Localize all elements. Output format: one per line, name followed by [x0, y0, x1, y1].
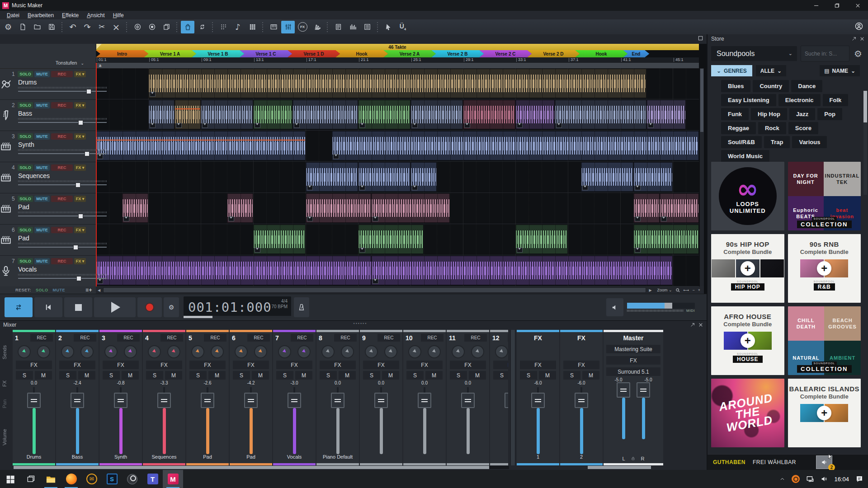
store-undock-icon[interactable] — [852, 37, 856, 41]
channel-mute-button[interactable]: M — [122, 371, 139, 380]
audio-clip[interactable] — [358, 225, 424, 254]
audio-clip[interactable] — [410, 162, 437, 192]
genre-chip-rock[interactable]: Rock — [758, 122, 786, 134]
channel-rec-button[interactable]: REC — [334, 334, 357, 342]
audio-clip[interactable] — [253, 225, 306, 254]
genre-chip-reggae[interactable]: Reggae — [721, 122, 756, 134]
audio-clip[interactable] — [175, 100, 201, 129]
genre-chip-easy-listening[interactable]: Easy Listening — [721, 94, 776, 106]
menu-bearbeiten[interactable]: Bearbeiten — [24, 12, 58, 19]
song-length-bar[interactable]: 46 Takte — [96, 44, 699, 50]
object-audio-button[interactable] — [131, 21, 144, 33]
channel-solo-button[interactable]: S — [233, 371, 250, 380]
audio-clip[interactable] — [581, 162, 633, 192]
genre-chip-blues[interactable]: Blues — [721, 80, 750, 92]
channel-fx-button[interactable]: FX — [406, 361, 443, 369]
section-verse-2-b[interactable]: Verse 2 B — [431, 50, 484, 57]
channel-mute-button[interactable]: M — [539, 371, 556, 380]
channel-rec-button[interactable]: REC — [117, 334, 140, 342]
channel-solo-button[interactable]: S — [493, 371, 508, 380]
track-header-sequences-4[interactable]: 4SOLOMUTERECFX ▾Sequences — [0, 162, 96, 193]
notifications-icon[interactable] — [855, 475, 863, 483]
solo-button[interactable]: SOLO — [18, 71, 33, 77]
track-volume-slider[interactable] — [18, 151, 107, 156]
send-knob[interactable] — [254, 345, 267, 358]
lock-icon[interactable] — [631, 456, 636, 462]
audio-clip[interactable] — [227, 193, 253, 223]
genre-chip-electronic[interactable]: Electronic — [778, 94, 821, 106]
play-button[interactable] — [94, 297, 136, 317]
piano-keys-button[interactable] — [267, 21, 280, 33]
channel-solo-button[interactable]: S — [59, 371, 76, 380]
alle-filter-button[interactable]: ALLE⌄ — [756, 65, 786, 76]
product-around-the-world[interactable]: AROUNDTHEWORLD — [711, 379, 784, 447]
send-knob[interactable] — [471, 345, 484, 358]
send-knob[interactable] — [365, 345, 378, 358]
record-button[interactable] — [137, 297, 162, 317]
reset-mute-button[interactable]: MUTE — [53, 288, 66, 292]
product-90s-rnb[interactable]: 90s RNBComplete Bundle+SOUNDPOOLR&B — [788, 234, 861, 303]
file-new-button[interactable] — [16, 21, 29, 33]
folder-open-button[interactable] — [30, 21, 44, 33]
fx-button[interactable]: FX ▾ — [74, 71, 86, 77]
record-settings-button[interactable]: ⚙ — [164, 297, 179, 317]
channel-mute-button[interactable]: M — [78, 371, 95, 380]
frei-waehlbar-tab[interactable]: FREI WÄHLBAR — [753, 459, 796, 465]
minimize-button[interactable] — [806, 0, 826, 11]
fader-handle[interactable] — [461, 393, 475, 408]
fader-handle[interactable] — [374, 393, 388, 408]
rec-button[interactable]: REC — [51, 258, 73, 264]
rec-button[interactable]: REC — [51, 133, 73, 140]
scissors-cut-button[interactable]: ✂ — [95, 21, 108, 33]
taskbar-teams[interactable]: T — [142, 470, 163, 488]
zoom-label[interactable]: Zoom ⌄ — [657, 288, 672, 292]
genre-chip-country[interactable]: Country — [753, 80, 789, 92]
audio-clip[interactable] — [253, 100, 292, 129]
product-soundpool-collection[interactable]: DAY FOR NIGHTINDUSTRIAL TEKEuphoric BEAT… — [788, 162, 861, 230]
info-doc-button[interactable] — [331, 21, 345, 33]
fader-handle[interactable] — [505, 393, 508, 408]
product-90s-hip-hop[interactable]: 90s HIP HOPComplete Bundle+SOUNDPOOLHIP … — [711, 234, 784, 303]
surround-button[interactable]: Surround 5.1 — [606, 367, 660, 376]
fader-handle[interactable] — [617, 382, 630, 398]
category-dropdown[interactable]: Soundpools⌄ — [711, 46, 797, 61]
send-knob[interactable] — [61, 345, 74, 358]
zoom-out-icon[interactable]: − — [692, 288, 694, 292]
channel-fx-button[interactable]: FX — [146, 361, 182, 369]
zoom-in-icon[interactable]: + — [698, 288, 700, 292]
close-button[interactable] — [847, 0, 868, 11]
genre-chip-jazz[interactable]: Jazz — [789, 108, 815, 120]
channel-fx-button[interactable]: FX — [16, 361, 52, 369]
account-icon[interactable] — [854, 22, 863, 32]
fx-button[interactable]: FX ▾ — [74, 196, 86, 202]
reset-solo-button[interactable]: SOLO — [36, 288, 48, 292]
channel-rec-button[interactable]: REC — [30, 334, 53, 342]
channel-solo-button[interactable]: S — [563, 371, 580, 380]
channel-fader[interactable] — [273, 387, 316, 454]
mute-button[interactable]: MUTE — [34, 133, 50, 140]
mouse-arrow-button[interactable] — [382, 21, 395, 33]
channel-rec-button[interactable]: REC — [74, 334, 96, 342]
fader-handle[interactable] — [201, 393, 214, 408]
audio-clip[interactable] — [633, 193, 660, 223]
display-icon[interactable] — [806, 475, 814, 483]
mute-button[interactable]: MUTE — [34, 71, 50, 77]
send-knob[interactable] — [167, 345, 180, 358]
playhead[interactable] — [96, 63, 97, 286]
fader-handle[interactable] — [575, 393, 588, 408]
style-fan-button[interactable] — [310, 21, 324, 33]
section-intro[interactable]: Intro — [96, 50, 148, 57]
volume-thumb[interactable] — [665, 303, 672, 309]
channel-solo-button[interactable]: S — [450, 371, 467, 380]
audio-clip[interactable] — [122, 193, 148, 223]
fader-handle[interactable] — [27, 393, 41, 408]
audio-clip[interactable] — [358, 100, 410, 129]
solo-button[interactable]: SOLO — [18, 258, 33, 264]
channel-fader[interactable] — [13, 387, 55, 454]
channel-fx-button[interactable]: FX — [493, 361, 508, 369]
mastering-suite-button[interactable]: Mastering Suite — [606, 345, 660, 353]
master-fader[interactable] — [617, 382, 630, 454]
taskbar-firefox[interactable] — [61, 470, 81, 488]
settings-gear-button[interactable]: ⚙ — [1, 21, 15, 33]
audio-clip[interactable] — [555, 100, 646, 129]
